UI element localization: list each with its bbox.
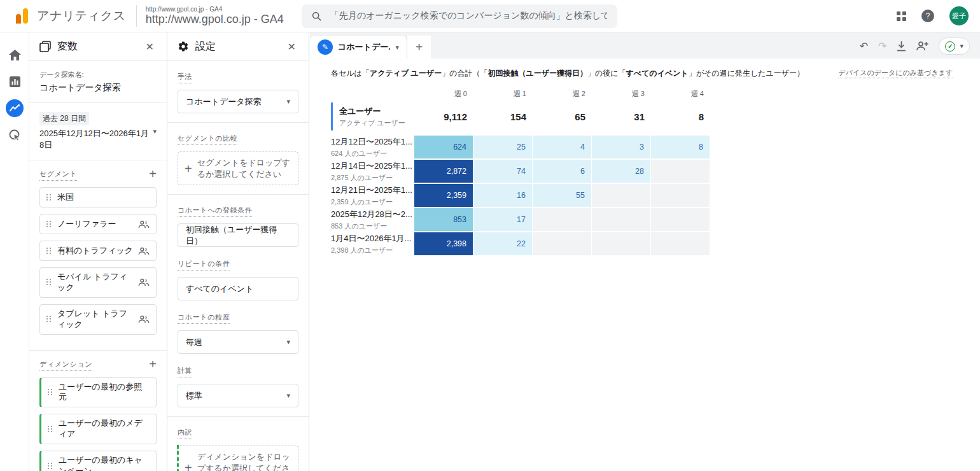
people-icon xyxy=(138,247,150,255)
segment-dropzone[interactable]: + セグメントをドロップするか選択してください xyxy=(178,151,298,185)
share-person-add-icon[interactable] xyxy=(916,41,928,51)
segment-chip[interactable]: 有料のトラフィック xyxy=(39,241,157,261)
cohort-cell[interactable] xyxy=(651,160,710,183)
cohort-cell[interactable]: 16 xyxy=(473,184,532,207)
chevron-down-icon: ▾ xyxy=(153,127,157,136)
drag-handle-icon xyxy=(48,426,52,433)
add-tab-button[interactable]: + xyxy=(407,36,431,59)
chevron-down-icon: ▾ xyxy=(286,338,290,346)
date-range-selector[interactable]: 過去 28 日間 2025年12月12日〜2026年1月8日 ▾ xyxy=(39,112,157,151)
nav-explore-icon[interactable] xyxy=(0,95,29,122)
plus-icon: + xyxy=(185,463,192,471)
cohort-row[interactable]: 12月21日〜2025年1... 2,359 人のユーザー 2,3591655 xyxy=(331,184,710,207)
variables-icon xyxy=(39,41,51,52)
plus-icon: + xyxy=(185,164,192,173)
help-icon[interactable]: ? xyxy=(921,10,934,22)
table-caption: 各セルは「アクティブ ユーザー」の合計（「初回接触（ユーザー獲得日）」の後に「す… xyxy=(331,68,804,79)
cohort-cell[interactable] xyxy=(592,184,650,207)
property-selector[interactable]: http://www.gpol.co.jp - GA4 http://www.g… xyxy=(146,6,284,26)
return-criteria-select[interactable]: すべてのイベント xyxy=(178,277,298,300)
cohort-row-sublabel: 853 人のユーザー xyxy=(331,221,414,231)
cohort-cell[interactable]: 17 xyxy=(473,208,532,231)
cohort-enrollment-select[interactable]: 初回接触（ユーザー獲得日） xyxy=(178,223,298,247)
cohort-cell[interactable]: 4 xyxy=(533,136,591,158)
left-nav-rail xyxy=(0,32,29,471)
segment-chip[interactable]: ノーリファラー xyxy=(39,214,157,234)
apps-grid-icon[interactable] xyxy=(897,11,906,21)
cohort-cell[interactable]: 55 xyxy=(533,184,591,207)
cohort-cell[interactable] xyxy=(533,232,591,255)
dimension-chip[interactable]: ユーザーの最初のメディア xyxy=(39,414,157,444)
drag-handle-icon xyxy=(48,463,52,470)
week-header: 週 1 xyxy=(473,89,533,99)
property-name: http://www.gpol.co.jp - GA4 xyxy=(146,13,284,26)
check-circle-icon: ✓ xyxy=(945,41,955,52)
settings-panel: 設定 ✕ 手法 コホートデータ探索 ▾ セグメントの比較 + セグメントをドロッ… xyxy=(167,32,309,471)
cohort-cell[interactable]: 2,359 xyxy=(414,184,473,207)
segment-chip[interactable]: 米国 xyxy=(39,187,157,207)
cohort-cell[interactable]: 2,872 xyxy=(414,160,473,183)
close-variables-icon[interactable]: ✕ xyxy=(143,39,157,54)
exploration-canvas: ✎ コホートデー... ▾ + ↶ ↷ ✓ ▾ xyxy=(310,32,980,471)
cohort-granularity-label: コホートの粒度 xyxy=(178,313,230,324)
divider xyxy=(136,5,137,27)
drag-handle-icon xyxy=(48,389,52,396)
segment-chip[interactable]: タブレット トラフィック xyxy=(39,304,157,335)
nav-advertising-icon[interactable] xyxy=(0,122,29,148)
calculation-select[interactable]: 標準 ▾ xyxy=(178,384,298,407)
nav-home-icon[interactable] xyxy=(0,41,29,68)
add-dimension-button[interactable]: + xyxy=(149,360,157,369)
redo-icon[interactable]: ↷ xyxy=(878,40,886,52)
cohort-granularity-select[interactable]: 毎週 ▾ xyxy=(178,330,298,354)
cohort-cell[interactable]: 6 xyxy=(533,160,591,183)
segment-chip[interactable]: モバイル トラフィック xyxy=(39,267,157,298)
cohort-cell[interactable]: 2,398 xyxy=(414,232,473,255)
cohort-cell[interactable]: 74 xyxy=(473,160,532,183)
cohort-cell[interactable] xyxy=(592,208,650,231)
drag-handle-icon xyxy=(46,248,51,255)
cohort-cell[interactable] xyxy=(651,208,710,231)
cohort-row[interactable]: 2025年12月28日〜2... 853 人のユーザー 85317 xyxy=(331,208,710,231)
segments-label: セグメント xyxy=(39,169,77,181)
tab-strip: ✎ コホートデー... ▾ + ↶ ↷ ✓ ▾ xyxy=(310,32,980,59)
cohort-summary-row[interactable]: 全ユーザー アクティブ ユーザー 9,112 154 65 31 8 xyxy=(331,102,710,130)
search-input[interactable]: 「先月のオーガニック検索でのコンバージョン数の傾向」と検索してみてく... xyxy=(302,4,617,28)
avatar[interactable]: 愛子 xyxy=(949,6,969,25)
cohort-cell[interactable]: 28 xyxy=(592,160,650,183)
cohort-cells: 2,87274628 xyxy=(414,160,710,183)
cohort-cell[interactable] xyxy=(592,232,650,255)
cohort-cell[interactable]: 25 xyxy=(473,136,532,158)
cohort-row-sublabel: 2,398 人のユーザー xyxy=(331,246,414,255)
cohort-cells: 2,39822 xyxy=(414,232,710,255)
variables-panel-title: 変数 xyxy=(57,40,143,53)
cohort-row[interactable]: 12月12日〜2025年1... 624 人のユーザー 62425438 xyxy=(331,136,710,158)
exploration-name[interactable]: コホートデータ探索 xyxy=(39,82,157,94)
gear-icon xyxy=(178,41,189,52)
data-quality-pill[interactable]: ✓ ▾ xyxy=(939,38,970,55)
device-data-note-link[interactable]: デバイスのデータにのみ基づきます xyxy=(838,68,953,78)
tab-cohort-exploration[interactable]: ✎ コホートデー... ▾ xyxy=(310,36,407,59)
cohort-cell[interactable]: 3 xyxy=(592,136,650,158)
technique-select[interactable]: コホートデータ探索 ▾ xyxy=(178,90,298,113)
cohort-cell[interactable] xyxy=(651,184,710,207)
cohort-cell[interactable]: 853 xyxy=(414,208,473,231)
analytics-logo-icon xyxy=(10,7,32,25)
cohort-row-label: 12月14日〜2025年1... xyxy=(331,160,414,172)
cohort-cell[interactable]: 22 xyxy=(473,232,532,255)
download-icon[interactable] xyxy=(897,41,906,52)
cohort-cell[interactable] xyxy=(651,232,710,255)
cohort-cell[interactable] xyxy=(533,208,591,231)
cohort-row[interactable]: 1月4日〜2026年1月... 2,398 人のユーザー 2,39822 xyxy=(331,232,710,255)
close-settings-icon[interactable]: ✕ xyxy=(285,39,298,54)
dimension-chip[interactable]: ユーザーの最初のキャンペーン xyxy=(39,451,157,471)
cohort-row-label: 12月21日〜2025年1... xyxy=(331,185,414,196)
nav-reports-icon[interactable] xyxy=(0,68,29,95)
undo-icon[interactable]: ↶ xyxy=(860,40,868,52)
add-segment-button[interactable]: + xyxy=(149,169,157,178)
week-header: 週 0 xyxy=(414,89,473,99)
dimension-chip[interactable]: ユーザーの最初の参照元 xyxy=(39,377,157,408)
cohort-cell[interactable]: 8 xyxy=(651,136,710,158)
breakdown-dropzone[interactable]: + ディメンションをドロップするか選択してください xyxy=(178,446,298,471)
cohort-cell[interactable]: 624 xyxy=(414,136,473,158)
cohort-row[interactable]: 12月14日〜2025年1... 2,875 人のユーザー 2,87274628 xyxy=(331,160,710,183)
